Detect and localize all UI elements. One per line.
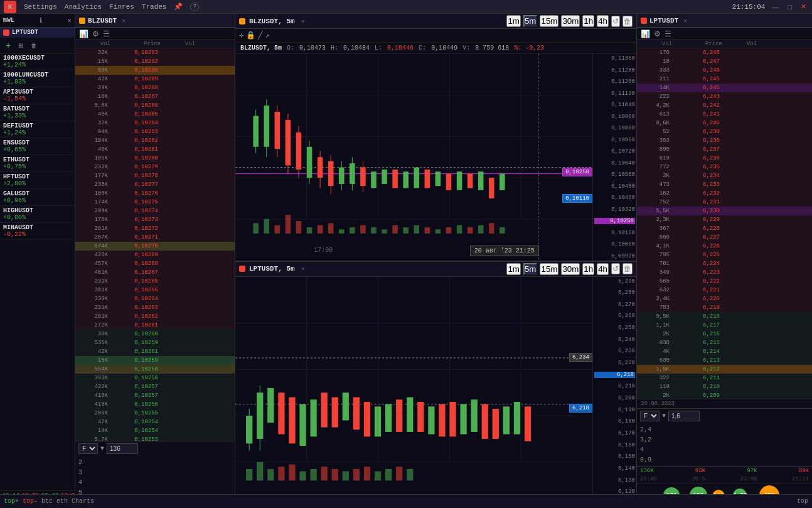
blz-ob-row[interactable]: 47K0,10254 bbox=[75, 418, 235, 426]
lpt-ob-row[interactable]: 3496,223 bbox=[637, 268, 812, 277]
bottom-btc-eth[interactable]: btc eth bbox=[41, 498, 68, 505]
lpt-ob-row[interactable]: 1,1K6,217 bbox=[637, 321, 812, 330]
watchlist-item-1000luncusdt[interactable]: 1000LUNCUSDT +1,83% bbox=[0, 70, 75, 87]
lpt-ob-row[interactable]: 6196,236 bbox=[637, 154, 812, 163]
add-button[interactable]: + bbox=[3, 40, 13, 51]
blz-ob-row[interactable]: 261K0,10262 bbox=[75, 312, 235, 321]
watchlist-item-1000xecusdt[interactable]: 1000XECUSDT +1,24% bbox=[0, 53, 75, 70]
lpt-panel-close[interactable]: ✕ bbox=[683, 17, 687, 24]
lpt-ob-row[interactable]: 5,5K6,218 bbox=[637, 312, 812, 321]
blz-ob-row[interactable]: 874K0,10270 bbox=[75, 242, 235, 251]
line-icon[interactable]: ╱ bbox=[258, 31, 262, 40]
blz-ob-row[interactable]: 32K0,10284 bbox=[75, 119, 235, 127]
lpt-tf-4h[interactable]: 4h bbox=[597, 263, 609, 275]
lpt-ob-row[interactable]: 2K6,209 bbox=[637, 391, 812, 399]
blz-ob-row[interactable]: 393K0,10258 bbox=[75, 374, 235, 382]
blz-ob-row[interactable]: 174K0,10275 bbox=[75, 198, 235, 207]
menu-analytics[interactable]: Analytics bbox=[65, 3, 102, 11]
lpt-ob-row[interactable]: 3536,238 bbox=[637, 136, 812, 145]
blz-refresh-icon[interactable]: ↺ bbox=[611, 16, 620, 27]
lpt-ob-row[interactable]: 1706,248 bbox=[637, 48, 812, 57]
arrow-icon[interactable]: ↗ bbox=[265, 31, 269, 40]
lpt-ob-row[interactable]: 4,2K6,242 bbox=[637, 101, 812, 110]
lpt-canvas[interactable]: 17:00 6,234 6,218 bbox=[235, 277, 592, 509]
blz-ob-row[interactable]: 180K0,10276 bbox=[75, 189, 235, 198]
lpt-ob-row[interactable]: 5,5K6,230 bbox=[637, 207, 812, 215]
lpt-ob-row[interactable]: 526,239 bbox=[637, 127, 812, 136]
blz-ob-row[interactable]: 535K0,10259 bbox=[75, 338, 235, 347]
blz-ob-row[interactable]: 185K0,10280 bbox=[75, 154, 235, 163]
blz-ob-row[interactable]: 422K0,10257 bbox=[75, 382, 235, 391]
watchlist-item-lptusdt[interactable]: LPTUSDT bbox=[0, 28, 75, 38]
blz-ob-row[interactable]: 272K0,10261 bbox=[75, 321, 235, 330]
lpt-ob-row[interactable]: 186,247 bbox=[637, 57, 812, 66]
lpt-tf-5m[interactable]: 5m bbox=[523, 263, 538, 275]
blz-input[interactable] bbox=[107, 443, 138, 454]
lpt-ob-row[interactable]: 5656,222 bbox=[637, 277, 812, 286]
watchlist-item-defiusdt[interactable]: DEFIUSDT +1,24% bbox=[0, 121, 75, 138]
watchlist-item-ethusdt[interactable]: ETHUSDT +0,75% bbox=[0, 155, 75, 172]
blz-tf-1h[interactable]: 1h bbox=[582, 15, 594, 27]
watchlist-info-icon[interactable]: ℹ bbox=[40, 16, 42, 24]
lpt-tf-1m[interactable]: 1m bbox=[506, 263, 521, 275]
close-button[interactable]: ✕ bbox=[799, 3, 808, 11]
lpt-ob-row[interactable]: 2116,245 bbox=[637, 75, 812, 84]
delete-icon[interactable]: 🗑 bbox=[28, 41, 40, 50]
lpt-chart-icon[interactable]: 📊 bbox=[641, 30, 650, 38]
blz-ob-row[interactable]: 420K0,10269 bbox=[75, 251, 235, 259]
blz-ob-row[interactable]: 238K0,10277 bbox=[75, 180, 235, 189]
table-icon[interactable]: ☰ bbox=[103, 30, 110, 38]
blz-ob-row[interactable]: 40K0,10281 bbox=[75, 145, 235, 154]
cursor-icon[interactable]: ✛ bbox=[239, 31, 243, 40]
lpt-tf-30m[interactable]: 30m bbox=[561, 263, 580, 275]
watchlist-item-ensusdt[interactable]: ENSUSDT +0,65% bbox=[0, 138, 75, 155]
lpt-tf-15m[interactable]: 15m bbox=[540, 263, 558, 275]
lpt-ob-row[interactable]: 7726,235 bbox=[637, 163, 812, 171]
blz-ob-row[interactable]: 10K0,10287 bbox=[75, 92, 235, 101]
blz-tf-4h[interactable]: 4h bbox=[597, 15, 609, 27]
grid-icon[interactable]: ⊞ bbox=[16, 41, 26, 50]
bottom-charts[interactable]: Charts bbox=[72, 498, 94, 505]
lpt-ob-row[interactable]: 2K6,234 bbox=[637, 171, 812, 180]
lpt-ob-row[interactable]: 2,3K6,229 bbox=[637, 215, 812, 224]
blz-tf-15m[interactable]: 15m bbox=[540, 15, 558, 27]
lpt-ob-row[interactable]: 2K6,216 bbox=[637, 330, 812, 338]
lpt-select[interactable]: F bbox=[640, 411, 660, 421]
lpt-ob-row[interactable]: 1196,210 bbox=[637, 382, 812, 391]
lpt-table-icon[interactable]: ☰ bbox=[665, 30, 671, 38]
lpt-ob-row[interactable]: 1626,232 bbox=[637, 189, 812, 198]
lpt-ob-row[interactable]: 7956,225 bbox=[637, 251, 812, 259]
lpt-ob-row[interactable]: 2,4K6,220 bbox=[637, 295, 812, 303]
blz-delete-icon[interactable]: 🗑 bbox=[622, 16, 633, 27]
menu-finres[interactable]: Finres bbox=[109, 3, 134, 11]
lpt-ob-row[interactable]: 8,6K6,240 bbox=[637, 119, 812, 127]
lpt-ob-row[interactable]: 7836,219 bbox=[637, 303, 812, 312]
lpt-ob-row[interactable]: 3336,246 bbox=[637, 66, 812, 75]
blz-ob-row[interactable]: 231K0,10266 bbox=[75, 277, 235, 286]
lpt-ob-row[interactable]: 6356,213 bbox=[637, 356, 812, 365]
blz-canvas[interactable]: 17:00 20 авг '23 21:25 0,10110 0,10258 bbox=[235, 54, 592, 261]
blz-ob-row[interactable]: 381K0,10265 bbox=[75, 286, 235, 295]
blz-tf-5m[interactable]: 5m bbox=[523, 15, 538, 27]
blz-ob-row[interactable]: 15K0,10292 bbox=[75, 57, 235, 66]
blz-ob-row[interactable]: 410K0,10257 bbox=[75, 391, 235, 400]
blz-ob-row[interactable]: 42K0,10289 bbox=[75, 75, 235, 84]
lpt-ob-row[interactable]: 1,5K6,212 bbox=[637, 365, 812, 374]
blz-ob-row[interactable]: 457K0,10268 bbox=[75, 259, 235, 268]
blz-ob-row[interactable]: 40K0,10285 bbox=[75, 110, 235, 119]
lpt-settings-icon[interactable]: ⚙ bbox=[654, 30, 661, 38]
lpt-ob-row[interactable]: 5606,227 bbox=[637, 233, 812, 242]
blz-ob-row[interactable]: 5,7K0,10253 bbox=[75, 435, 235, 441]
lpt-ob-row[interactable]: 2226,243 bbox=[637, 92, 812, 101]
blz-ob-row[interactable]: 29K0,10288 bbox=[75, 84, 235, 92]
lpt-ob-row[interactable]: 7526,231 bbox=[637, 198, 812, 207]
lpt-ob-row[interactable]: 4,1K6,226 bbox=[637, 242, 812, 251]
lpt-ob-row[interactable]: 8956,237 bbox=[637, 145, 812, 154]
blz-select[interactable]: F bbox=[78, 443, 98, 454]
blz-ob-row[interactable]: 339K0,10264 bbox=[75, 295, 235, 303]
lock-icon[interactable]: 🔒 bbox=[246, 31, 255, 40]
blz-ob-row[interactable]: 58K0,10290 bbox=[75, 66, 235, 75]
watchlist-item-galusdt[interactable]: GALUSDT +0,96% bbox=[0, 189, 75, 206]
pin-icon[interactable]: 📌 bbox=[174, 3, 183, 11]
help-icon[interactable]: ? bbox=[190, 3, 199, 11]
